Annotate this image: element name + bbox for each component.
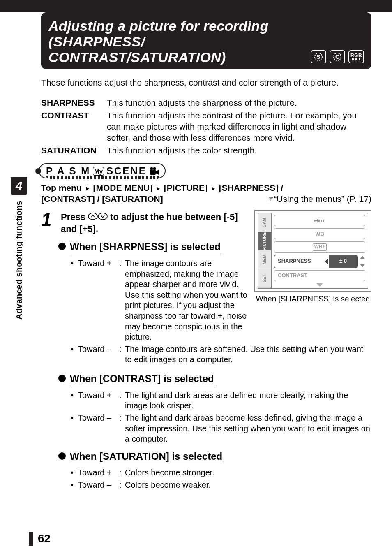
- detail-row: • Toward – : Colors become weaker.: [71, 480, 371, 491]
- chapter-number: 4: [11, 177, 27, 195]
- slider-icon: [314, 218, 326, 224]
- detail-text: The light and dark areas become less def…: [125, 413, 371, 445]
- saturation-details: • Toward + : Colors become stronger. • T…: [71, 468, 371, 490]
- detail-text: The image contours are emphasized, makin…: [125, 258, 250, 343]
- detail-text: Colors become weaker.: [125, 480, 371, 491]
- detail-row: • Toward – : The image contours are soft…: [71, 344, 371, 365]
- menu-path-text: [MODE MENU]: [93, 183, 152, 192]
- detail-label: Toward +: [78, 390, 119, 411]
- def-desc: This function adjusts the contrast of th…: [107, 110, 371, 144]
- my-mode-icon: My: [93, 167, 104, 176]
- svg-rect-13: [323, 220, 324, 222]
- detail-row: • Toward + : The light and dark areas ar…: [71, 390, 371, 411]
- bullet-icon: [58, 243, 66, 250]
- def-contrast: CONTRAST This function adjusts the contr…: [41, 110, 371, 144]
- colon: :: [119, 480, 125, 491]
- triangle-right-icon: [212, 187, 215, 191]
- tab-cam: CAM: [258, 213, 271, 232]
- tab-mem: MEM: [258, 250, 271, 269]
- screen-caption: When [SHARPNESS] is selected: [254, 294, 371, 304]
- detail-text: The image contours are softened. Use thi…: [125, 344, 371, 365]
- detail-text: Colors become stronger.: [125, 468, 371, 478]
- mode-dial-dot-icon: [35, 168, 41, 174]
- def-term: CONTRAST: [41, 110, 107, 144]
- svg-point-14: [88, 213, 97, 220]
- detail-label: Toward –: [78, 480, 119, 491]
- up-down-arrows-icon: [360, 256, 365, 267]
- arrow-pad-up-down-icon: [88, 212, 108, 223]
- bullet: •: [71, 390, 78, 411]
- top-black-bar: [0, 0, 392, 12]
- menu-item-label: SHARPNESS: [278, 258, 311, 265]
- menu-list: WB WB± SHARPNESS ± 0 CONTRAST: [272, 213, 368, 289]
- definitions-block: SHARPNESS This function adjusts the shar…: [41, 97, 371, 156]
- menu-path-text: [CONTRAST] / [SATURATION]: [41, 194, 163, 205]
- detail-row: • Toward + : Colors become stronger.: [71, 468, 371, 478]
- step-row: 1 Press to adjust the hue between [-5] a…: [41, 211, 250, 235]
- chapter-title: Advanced shooting functions: [14, 201, 24, 320]
- bullet: •: [71, 258, 78, 343]
- c-mode-icon: C: [330, 50, 345, 63]
- menu-item-slider: [274, 215, 365, 226]
- svg-point-10: [153, 167, 156, 170]
- step-instruction: Press to adjust the hue between [-5] and…: [61, 211, 250, 235]
- svg-rect-11: [318, 220, 320, 222]
- triangle-right-icon: [86, 187, 89, 191]
- colon: :: [119, 413, 125, 445]
- hand-pointer-icon: ☞: [266, 194, 274, 205]
- menu-path-text: [SHARPNESS] /: [219, 183, 283, 192]
- bullet-icon: [58, 375, 66, 382]
- menu-item-wb: WB: [274, 228, 365, 239]
- page-number: 62: [38, 532, 51, 545]
- detail-label: Toward +: [78, 258, 119, 343]
- section-contrast-header: When [CONTRAST] is selected: [58, 373, 371, 386]
- s-mode-icon: S: [311, 50, 326, 63]
- step-1-block: CAM PICTURE MEM SET WB WB± SHARPN: [41, 211, 371, 491]
- colon: :: [119, 344, 125, 365]
- detail-row: • Toward – : The light and dark areas be…: [71, 413, 371, 445]
- section-saturation-header: When [SATURATION] is selected: [58, 450, 371, 464]
- detail-label: Toward +: [78, 468, 119, 478]
- menu-path-text: Top menu: [41, 183, 84, 192]
- rgb-mode-icon: RGB: [348, 50, 364, 63]
- svg-rect-12: [321, 220, 322, 222]
- menu-item-wb-comp: WB±: [274, 241, 365, 252]
- detail-label: Toward –: [78, 344, 119, 365]
- menu-item-sharpness: SHARPNESS ± 0: [274, 255, 358, 268]
- detail-label: Toward –: [78, 413, 119, 445]
- colon: :: [119, 468, 125, 478]
- reference-text: “Using the menus” (P. 17): [274, 194, 371, 204]
- title-line-2: CONTRAST/SATURATION): [48, 49, 226, 65]
- menu-path-line2: [CONTRAST] / [SATURATION] ☞“Using the me…: [41, 194, 371, 205]
- lcd-screen-illustration: CAM PICTURE MEM SET WB WB± SHARPN: [254, 210, 371, 304]
- svg-rect-5: [352, 58, 354, 60]
- lcd-screen: CAM PICTURE MEM SET WB WB± SHARPN: [254, 210, 371, 292]
- colon: :: [119, 390, 125, 411]
- menu-reference: ☞“Using the menus” (P. 17): [266, 194, 371, 205]
- def-desc: This function adjusts the color strength…: [107, 145, 371, 156]
- left-arrow-icon: [325, 259, 328, 264]
- svg-rect-6: [355, 58, 357, 60]
- title-line-1: Adjusting a picture for recording (SHARP…: [48, 18, 269, 49]
- movie-mode-icon: [149, 167, 160, 176]
- def-term: SHARPNESS: [41, 97, 107, 109]
- mode-dial-pill: P A S M My SCENE: [39, 163, 166, 178]
- svg-rect-7: [359, 58, 360, 60]
- section-title: When [CONTRAST] is selected: [70, 373, 214, 386]
- menu-value-box: ± 0: [329, 255, 357, 268]
- mode-pill-underline: [46, 176, 160, 179]
- detail-text: The light and dark areas are defined mor…: [125, 390, 371, 411]
- svg-text:RGB: RGB: [350, 53, 362, 58]
- step-text-a: Press: [61, 212, 88, 222]
- menu-tabs: CAM PICTURE MEM SET: [258, 213, 272, 289]
- menu-item-contrast: CONTRAST: [274, 270, 365, 281]
- menu-path-text: [PICTURE]: [164, 183, 208, 192]
- page-header: Adjusting a picture for recording (SHARP…: [41, 12, 371, 69]
- footer-bar-icon: [29, 532, 33, 546]
- contrast-details: • Toward + : The light and dark areas ar…: [71, 390, 371, 445]
- colon: :: [119, 258, 125, 343]
- svg-rect-8: [150, 170, 156, 175]
- svg-point-9: [150, 167, 153, 170]
- page-footer: 62: [29, 532, 51, 546]
- page-title: Adjusting a picture for recording (SHARP…: [48, 18, 311, 65]
